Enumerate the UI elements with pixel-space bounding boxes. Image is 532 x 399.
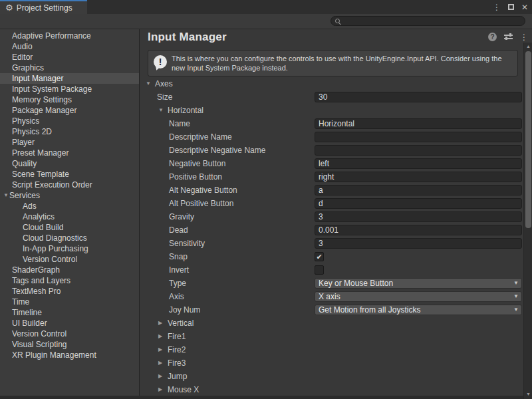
sidebar-item-xr-plugin-management[interactable]: XR Plugin Management	[0, 350, 139, 360]
sidebar-item-textmesh-pro[interactable]: TextMesh Pro	[0, 286, 139, 297]
sidebar-item-label: Time	[12, 297, 29, 307]
checkbox-invert[interactable]	[315, 265, 324, 275]
sidebar-item-quality[interactable]: Quality	[0, 158, 139, 169]
chevron-down-icon[interactable]: ▼	[3, 190, 9, 201]
sidebar-item-player[interactable]: Player	[0, 137, 139, 148]
property-label: Gravity	[169, 210, 194, 223]
foldout-label[interactable]: Fire3	[168, 356, 186, 370]
sidebar-item-version-control[interactable]: Version Control	[0, 329, 139, 339]
text-field-alt-positive-button[interactable]: d	[315, 198, 522, 209]
property-label: Negative Button	[169, 157, 225, 170]
sidebar-item-label: UI Builder	[12, 318, 47, 329]
sidebar-item-label: Preset Manager	[12, 148, 68, 158]
dropdown-value: X axis	[319, 292, 340, 301]
sidebar-item-input-system-package[interactable]: Input System Package	[0, 84, 139, 94]
more-options-icon[interactable]: ⋮	[520, 33, 528, 41]
sidebar-item-cloud-build[interactable]: Cloud Build	[0, 222, 139, 233]
text-field-size[interactable]: 30	[315, 92, 522, 102]
sidebar-item-services[interactable]: ▼Services	[0, 190, 139, 201]
tab-project-settings[interactable]: ⚙ Project Settings	[0, 0, 87, 14]
sidebar-item-input-manager[interactable]: Input Manager	[0, 73, 139, 84]
close-icon[interactable]: ✕	[521, 3, 528, 11]
text-field-dead[interactable]: 0.001	[315, 225, 522, 235]
maximize-icon[interactable]	[508, 4, 514, 10]
sidebar-item-memory-settings[interactable]: Memory Settings	[0, 94, 139, 105]
search-input[interactable]	[343, 17, 521, 25]
property-label: Alt Negative Button	[169, 184, 237, 197]
property-row-jump: ▶Jump	[140, 370, 532, 383]
sidebar-item-script-execution-order[interactable]: Script Execution Order	[0, 180, 139, 190]
sidebar-item-label: XR Plugin Management	[12, 350, 96, 360]
sidebar-item-label: Physics	[12, 116, 39, 126]
foldout-closed-icon[interactable]: ▶	[158, 370, 162, 383]
sidebar-item-ads[interactable]: Ads	[0, 201, 139, 211]
content-pane: Input Manager ? ⋮ ! This is where you ca…	[140, 29, 532, 396]
scroll-down-icon[interactable]: ▼	[524, 392, 532, 396]
sidebar-item-ui-builder[interactable]: UI Builder	[0, 318, 139, 329]
text-field-negative-button[interactable]: left	[315, 158, 522, 169]
foldout-closed-icon[interactable]: ▶	[158, 343, 162, 356]
foldout-label[interactable]: Mouse X	[168, 383, 199, 396]
foldout-closed-icon[interactable]: ▶	[158, 383, 162, 396]
foldout-open-icon[interactable]: ▼	[146, 77, 151, 90]
sidebar-item-label: Editor	[12, 52, 33, 63]
foldout-label[interactable]: Axes	[155, 77, 173, 90]
scroll-up-icon[interactable]: ▲	[524, 44, 532, 49]
foldout-label[interactable]: Vertical	[168, 317, 194, 330]
help-icon[interactable]: ?	[488, 33, 497, 41]
property-label: Type	[169, 277, 186, 290]
kebab-icon[interactable]: ⋮	[493, 3, 501, 11]
text-field-descriptive-negative-name[interactable]	[315, 145, 522, 156]
foldout-closed-icon[interactable]: ▶	[158, 317, 162, 330]
sidebar-item-graphics[interactable]: Graphics	[0, 63, 139, 73]
sidebar-item-editor[interactable]: Editor	[0, 52, 139, 63]
text-field-name[interactable]: Horizontal	[315, 118, 522, 129]
sidebar-item-time[interactable]: Time	[0, 297, 139, 307]
sidebar-item-label: Quality	[12, 158, 37, 169]
sidebar-item-audio[interactable]: Audio	[0, 41, 139, 52]
foldout-open-icon[interactable]: ▼	[158, 104, 164, 117]
sidebar-item-cloud-diagnostics[interactable]: Cloud Diagnostics	[0, 233, 139, 243]
search-box[interactable]	[331, 16, 525, 26]
sidebar-item-label: Graphics	[12, 63, 44, 73]
dropdown-value: Key or Mouse Button	[319, 279, 393, 288]
property-row-descriptive-name: Descriptive Name	[140, 130, 532, 144]
checkbox-snap[interactable]: ✔	[315, 252, 324, 261]
foldout-label[interactable]: Horizontal	[168, 104, 203, 117]
foldout-label[interactable]: Fire2	[168, 343, 186, 356]
sidebar-item-package-manager[interactable]: Package Manager	[0, 105, 139, 116]
sidebar-item-version-control[interactable]: Version Control	[0, 254, 139, 265]
vertical-scrollbar[interactable]: ▲ ▼	[523, 43, 532, 399]
property-row-horizontal: ▼Horizontal	[140, 104, 532, 117]
dropdown-joy-num[interactable]: Get Motion from all Joysticks▼	[315, 305, 522, 315]
sidebar-item-physics-2d[interactable]: Physics 2D	[0, 126, 139, 137]
dropdown-type[interactable]: Key or Mouse Button▼	[315, 278, 522, 289]
sidebar-item-preset-manager[interactable]: Preset Manager	[0, 148, 139, 158]
text-field-sensitivity[interactable]: 3	[315, 238, 522, 249]
sidebar-item-visual-scripting[interactable]: Visual Scripting	[0, 339, 139, 350]
sidebar-item-analytics[interactable]: Analytics	[0, 211, 139, 222]
sidebar-item-shadergraph[interactable]: ShaderGraph	[0, 265, 139, 275]
dropdown-axis[interactable]: X axis▼	[315, 291, 522, 302]
foldout-closed-icon[interactable]: ▶	[158, 356, 162, 370]
tab-strip: ⚙ Project Settings ⋮ ✕	[0, 0, 532, 14]
scrollbar-thumb[interactable]	[525, 51, 531, 228]
foldout-closed-icon[interactable]: ▶	[158, 330, 162, 343]
text-field-gravity[interactable]: 3	[315, 211, 522, 222]
sidebar-item-label: Adaptive Performance	[12, 31, 91, 41]
text-field-alt-negative-button[interactable]: a	[315, 185, 522, 196]
property-row-alt-negative-button: Alt Negative Buttona	[140, 184, 532, 197]
sidebar-item-tags-and-layers[interactable]: Tags and Layers	[0, 275, 139, 286]
text-field-descriptive-name[interactable]	[315, 132, 522, 142]
sidebar-item-in-app-purchasing[interactable]: In-App Purchasing	[0, 243, 139, 254]
foldout-label[interactable]: Fire1	[168, 330, 186, 343]
window-controls: ⋮ ✕	[493, 0, 528, 14]
presets-icon[interactable]	[504, 33, 513, 41]
text-field-positive-button[interactable]: right	[315, 172, 522, 182]
sidebar-item-physics[interactable]: Physics	[0, 116, 139, 126]
sidebar-item-scene-template[interactable]: Scene Template	[0, 169, 139, 180]
property-row-negative-button: Negative Buttonleft	[140, 157, 532, 170]
foldout-label[interactable]: Jump	[168, 370, 187, 383]
sidebar-item-adaptive-performance[interactable]: Adaptive Performance	[0, 31, 139, 41]
sidebar-item-timeline[interactable]: Timeline	[0, 307, 139, 318]
